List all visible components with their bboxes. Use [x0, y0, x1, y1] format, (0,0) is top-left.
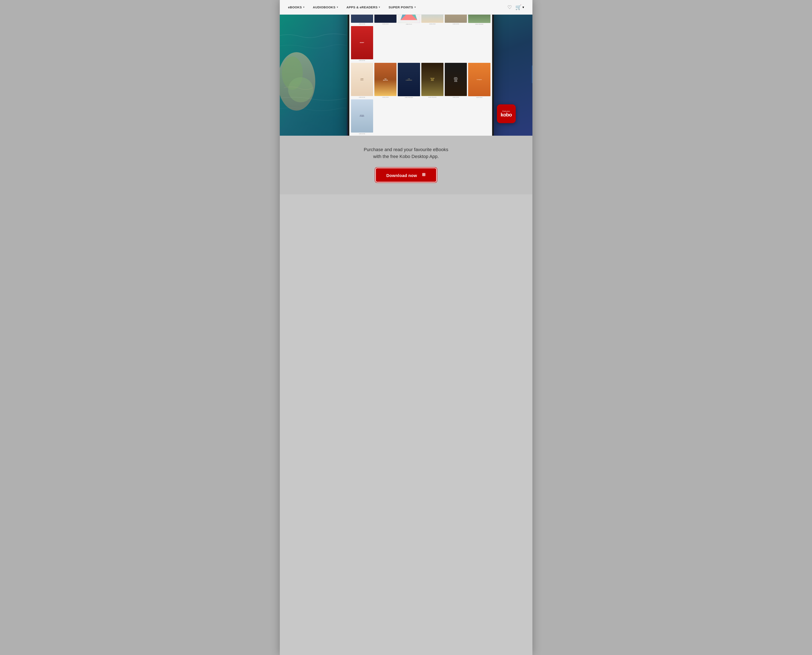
books-row1: STATIONELEVEN KOBO EPUB KRISTINHANNAH KO…	[349, 15, 492, 63]
nav-label-superpoints: SUPER POINTS	[389, 5, 413, 9]
book-nightingale: KRISTINHANNAH KOBO EPUB	[374, 15, 397, 25]
nav-item-ebooks[interactable]: eBOOKS ▾	[288, 5, 304, 9]
book-cockroach: COCK-ROACHRAW!HAGE KOBO EPUB	[445, 63, 467, 98]
book-buried-giant: KAZUOISHIGUROTHEBURIEDGIANT KOBO PREVIEW	[468, 15, 490, 25]
book-cover	[398, 15, 420, 23]
download-platform-icons: ⊞	[420, 172, 426, 177]
download-label: Download now	[386, 173, 417, 178]
chevron-down-icon: ▾	[414, 6, 416, 9]
cart-icon: 🛒	[515, 5, 521, 10]
book-cover: THEMARTIAN	[374, 63, 397, 96]
desktop-mockup: ‹ › BROWSE KOBO MY BOOKS Station Eleven …	[348, 15, 494, 136]
content-section: Purchase and read your favourite eBooks …	[280, 136, 532, 194]
kobo-brand-text: kobo	[501, 112, 512, 117]
book-label: KOBO PREVIEW	[398, 97, 420, 98]
chevron-down-icon: ▾	[379, 6, 380, 9]
book-sun-rises: THE SUNALSORISES KOBO PREVIEW	[421, 63, 443, 98]
chevron-down-icon: ▾	[337, 6, 338, 9]
book-label: KOBO PREVIEW	[421, 97, 443, 98]
book-cover: COCK-ROACHRAW!HAGE	[445, 63, 467, 96]
book-label: KOBO EPUB	[445, 23, 467, 25]
book-colorful: KOBO PLUS	[398, 15, 420, 25]
cart-area[interactable]: 🛒 ▾	[515, 5, 524, 10]
book-cover: OneNorthernNight	[421, 15, 443, 23]
nav-item-audiobooks[interactable]: AUDIOBOOKS ▾	[313, 5, 338, 9]
book-smitten-kitchen: smittenkitchen KOBO EPUB	[351, 63, 373, 98]
hero-section: Escape from email and indulge your love …	[280, 15, 532, 136]
book-label: KOBO EPUB	[374, 97, 397, 98]
kobo-logo: Rakuten kobo	[497, 105, 516, 123]
wishlist-icon[interactable]: ♡	[508, 5, 512, 10]
chevron-down-icon: ▾	[303, 6, 304, 9]
chevron-down-icon: ▾	[522, 5, 524, 9]
book-label: KOBO EPUB	[468, 97, 490, 98]
book-label: KOBO EPUB	[421, 23, 443, 25]
book-martian: THEMARTIAN KOBO EPUB	[374, 63, 397, 98]
book-cover: STATIONELEVEN	[351, 15, 373, 23]
book-henry: HENRY KOBO EPUB	[351, 26, 373, 61]
book-cover: smittenkitchen	[351, 63, 373, 96]
book-station-eleven: STATIONELEVEN KOBO EPUB	[351, 15, 373, 25]
book-label: KOBO PREVIEW	[468, 24, 490, 25]
content-description: Purchase and read your favourite eBooks …	[284, 146, 528, 160]
book-cover: KAZUOISHIGUROTHEBURIEDGIANT	[468, 15, 490, 23]
book-cover: THEORENDAJOSEPHBOYDEN	[445, 15, 467, 23]
content-line1: Purchase and read your favourite eBooks	[364, 147, 448, 152]
content-line2: with the free Kobo Desktop App.	[373, 154, 439, 159]
nav-left: eBOOKS ▾ AUDIOBOOKS ▾ APPS & eREADERS ▾ …	[288, 5, 416, 9]
windows-icon: ⊞	[422, 172, 426, 177]
book-cover: MICHAELCRUMMEY	[351, 99, 373, 132]
book-travelland: MICHAELCRUMMEY KOBO EPUB	[351, 99, 373, 134]
book-label: KOBO EPUB	[351, 133, 373, 134]
nav-item-superpoints[interactable]: SUPER POINTS ▾	[389, 5, 416, 9]
book-label: KOBO EPUB	[351, 23, 373, 25]
book-label: KOBO EPUB	[351, 60, 373, 61]
book-one-northern: OneNorthernNight KOBO EPUB	[421, 15, 443, 25]
book-label: KOBO EPUB	[351, 97, 373, 98]
book-cover: KRISTINHANNAH	[374, 15, 397, 23]
book-label: KOBO EPUB	[374, 23, 397, 25]
book-cover: THELUMINARIES	[398, 63, 420, 96]
navbar: eBOOKS ▾ AUDIOBOOKS ▾ APPS & eREADERS ▾ …	[280, 0, 532, 15]
mockup-screen: ‹ › BROWSE KOBO MY BOOKS Station Eleven …	[349, 15, 492, 136]
book-cover: THE SUNALSORISES	[421, 63, 443, 96]
book-orenda: THEORENDAJOSEPHBOYDEN KOBO EPUB	[445, 15, 467, 25]
nav-label-apps: APPS & eREADERS	[346, 5, 377, 9]
book-luminaries: THELUMINARIES KOBO PREVIEW	[398, 63, 420, 98]
book-cover: Contagious	[468, 63, 490, 96]
feedback-button[interactable]: Feedback	[532, 66, 532, 83]
nav-item-apps[interactable]: APPS & eREADERS ▾	[346, 5, 380, 9]
book-cover: HENRY	[351, 26, 373, 59]
books-row2: smittenkitchen KOBO EPUB THEMARTIAN KOBO…	[349, 63, 492, 136]
book-label: KOBO EPUB	[445, 97, 467, 98]
book-contagious: Contagious KOBO EPUB	[468, 63, 490, 98]
nav-label-ebooks: eBOOKS	[288, 5, 302, 9]
download-button[interactable]: Download now ⊞	[376, 168, 436, 182]
book-label: KOBO PLUS	[398, 24, 420, 25]
nav-label-audiobooks: AUDIOBOOKS	[313, 5, 335, 9]
nav-right: ♡ 🛒 ▾	[508, 5, 524, 10]
